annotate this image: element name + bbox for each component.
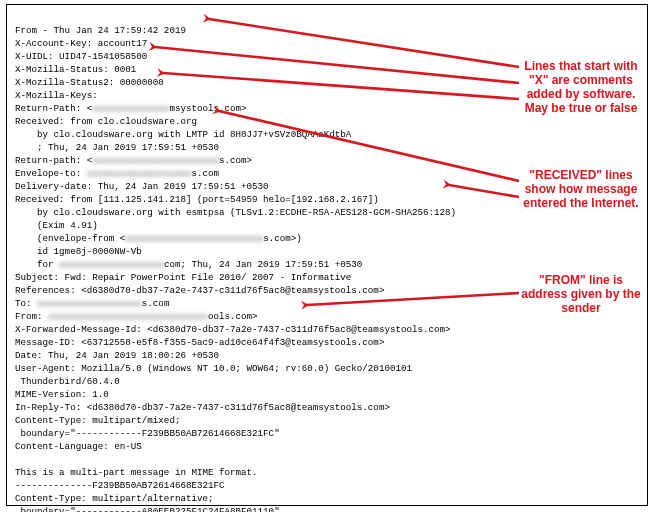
hdr-return-path-2-pre: Return-path: < [15, 155, 92, 166]
redacted: aaaaaaaaaaaaaa [92, 102, 169, 115]
hdr-x-account-key: X-Account-Key: account17 [15, 38, 147, 49]
hdr-boundary-b: boundary="------------A80EEB225F1C24FA8B… [15, 506, 280, 512]
hdr-envelope-to-post: s.com [191, 168, 219, 179]
hdr-for-post: com; Thu, 24 Jan 2019 17:59:51 +0530 [164, 259, 362, 270]
hdr-mime-version: MIME-Version: 1.0 [15, 389, 109, 400]
hdr-received-2-a: Received: from [111.125.141.218] (port=5… [15, 194, 379, 205]
hdr-x-uidl: X-UIDL: UID47-1541058500 [15, 51, 147, 62]
hdr-received-2-b: by clo.cloudsware.org with esmtpsa (TLSv… [15, 207, 456, 218]
callout-x-lines: Lines that start with "X" are comments a… [519, 59, 643, 115]
email-header-pane: From - Thu Jan 24 17:59:42 2019 X-Accoun… [6, 4, 648, 506]
hdr-user-agent-b: Thunderbird/60.4.0 [15, 376, 120, 387]
hdr-envelope-from-post: s.com>) [263, 233, 302, 244]
redacted: aaaaaaaaaaaaaaaaaaa [59, 258, 164, 271]
hdr-from-pre: From: [15, 311, 48, 322]
hdr-return-path-2-post: s.com> [219, 155, 252, 166]
hdr-in-reply-to: In-Reply-To: <d6380d70-db37-7a2e-7437-c3… [15, 402, 390, 413]
hdr-envelope-to-pre: Envelope-to: [15, 168, 87, 179]
redacted: aaaaaaaaaaaaaaaaaaaaaaaaa [125, 232, 263, 245]
hdr-from-post: ools.com> [208, 311, 258, 322]
hdr-received-1-a: Received: from clo.cloudsware.org [15, 116, 197, 127]
hdr-delivery-date: Delivery-date: Thu, 24 Jan 2019 17:59:51… [15, 181, 269, 192]
boundary-marker-1: --------------F239BB50AB72614668E321FC [15, 480, 225, 491]
hdr-x-mozilla-keys: X-Mozilla-Keys: [15, 90, 98, 101]
hdr-received-1-b: by clo.cloudsware.org with LMTP id 8H8JJ… [15, 129, 351, 140]
hdr-content-language: Content-Language: en-US [15, 441, 142, 452]
redacted: aaaaaaaaaaaaaaaaaaaaaaaaaaaaa [48, 310, 208, 323]
hdr-return-path-1-pre: Return-Path: < [15, 103, 92, 114]
hdr-boundary-a: boundary="------------F239BB50AB72614668… [15, 428, 280, 439]
redacted: aaaaaaaaaaaaaaaaaaa [37, 297, 142, 310]
hdr-user-agent-a: User-Agent: Mozilla/5.0 (Windows NT 10.0… [15, 363, 412, 374]
hdr-message-id: Message-ID: <63712558-e5f8-f355-5ac9-ad1… [15, 337, 384, 348]
hdr-to-pre: To: [15, 298, 37, 309]
hdr-content-type-a: Content-Type: multipart/mixed; [15, 415, 180, 426]
hdr-received-2-c: (Exim 4.91) [15, 220, 98, 231]
hdr-x-mozilla-status: X-Mozilla-Status: 0001 [15, 64, 136, 75]
callout-received-lines: "RECEIVED" lines show how message entere… [519, 168, 643, 210]
hdr-references: References: <d6380d70-db37-7a2e-7437-c31… [15, 285, 384, 296]
hdr-return-path-1-post: msystools.com> [169, 103, 246, 114]
hdr-date: Date: Thu, 24 Jan 2019 18:00:26 +0530 [15, 350, 219, 361]
hdr-exim-id: id 1gme8j-0000NW-Vb [15, 246, 142, 257]
hdr-envelope-from-pre: (envelope-from < [15, 233, 125, 244]
hdr-received-1-c: ; Thu, 24 Jan 2019 17:59:51 +0530 [15, 142, 219, 153]
hdr-subject: Subject: Fwd: Repair PowerPoint File 201… [15, 272, 351, 283]
hdr-content-type-b: Content-Type: multipart/alternative; [15, 493, 213, 504]
hdr-to-post: s.com [142, 298, 170, 309]
redacted: aaaaaaaaaaaaaaaaaaa [87, 167, 192, 180]
hdr-for-pre: for [15, 259, 59, 270]
hdr-x-forwarded-message-id: X-Forwarded-Message-Id: <d6380d70-db37-7… [15, 324, 451, 335]
callout-from-line: "FROM" line is address given by the send… [519, 273, 643, 315]
redacted: aaaaaaaaaaaaaaaaaaaaaaa [92, 154, 219, 167]
hdr-x-mozilla-status2: X-Mozilla-Status2: 00000000 [15, 77, 164, 88]
hdr-from-date: From - Thu Jan 24 17:59:42 2019 [15, 25, 186, 36]
body-notice: This is a multi-part message in MIME for… [15, 467, 258, 478]
